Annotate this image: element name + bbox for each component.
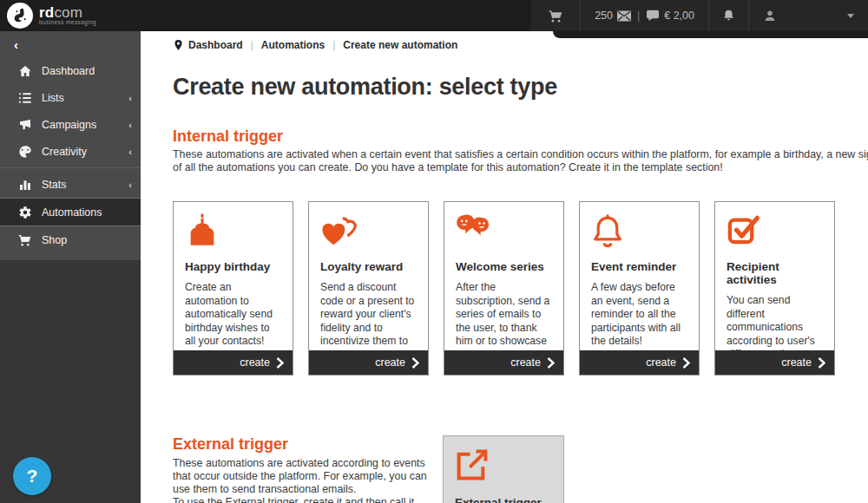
home-icon bbox=[17, 63, 32, 78]
credits-count: 250 bbox=[595, 10, 613, 22]
card-title: Loyalty reward bbox=[320, 260, 417, 273]
brand-logo[interactable]: rdcom business messaging bbox=[0, 3, 96, 29]
card-loyalty-reward: Loyalty reward Send a discount code or a… bbox=[308, 201, 429, 376]
card-description: Create an automation to automatically se… bbox=[185, 281, 281, 349]
external-description-para1: These automations are activated accordin… bbox=[173, 457, 443, 496]
sidebar-item-label: Campaigns bbox=[42, 119, 96, 131]
question-mark-label: ? bbox=[27, 466, 38, 487]
create-button[interactable]: create bbox=[174, 350, 293, 375]
chevron-right-icon bbox=[411, 357, 419, 369]
chevron-collapsed-icon: ‹ bbox=[128, 147, 132, 157]
sidebar-item-label: Dashboard bbox=[42, 65, 95, 77]
chevron-down-icon bbox=[847, 14, 854, 18]
chat-smileys-icon bbox=[456, 213, 552, 252]
breadcrumb-automations[interactable]: Automations bbox=[261, 39, 325, 51]
list-icon bbox=[17, 90, 32, 105]
create-label: create bbox=[646, 356, 676, 369]
create-button[interactable]: create bbox=[715, 350, 834, 375]
internal-trigger-cards: Happy birthday Create an automation to a… bbox=[173, 201, 868, 376]
card-event-reminder: Event reminder A few days before an even… bbox=[579, 201, 700, 376]
card-title: External trigger bbox=[455, 496, 552, 503]
chevron-right-icon bbox=[276, 357, 284, 369]
chevron-left-icon: ‹ bbox=[14, 37, 18, 52]
card-title: Event reminder bbox=[591, 260, 687, 273]
internal-trigger-description: These automations are activated when a c… bbox=[173, 148, 868, 174]
sidebar-item-campaigns[interactable]: Campaigns ‹ bbox=[0, 111, 141, 138]
gecko-logo-icon bbox=[7, 3, 33, 29]
card-welcome-series: Welcome series After the subscription, s… bbox=[444, 201, 564, 376]
sidebar-item-automations[interactable]: Automations bbox=[0, 198, 141, 226]
brand-text: rdcom business messaging bbox=[39, 6, 96, 25]
app-window: rdcom business messaging 250 | € 2,00 bbox=[0, 0, 868, 503]
cart-icon bbox=[549, 9, 563, 23]
user-menu[interactable] bbox=[748, 0, 868, 31]
chevron-right-icon bbox=[682, 357, 690, 369]
card-description: After the subscription, send a series of… bbox=[456, 281, 552, 350]
sidebar-item-label: Automations bbox=[42, 206, 102, 219]
chevron-collapsed-icon: ‹ bbox=[128, 180, 132, 190]
bell-icon bbox=[591, 213, 687, 252]
internal-trigger-heading: Internal trigger bbox=[173, 127, 868, 146]
birthday-cake-icon bbox=[185, 213, 281, 252]
sidebar-item-dashboard[interactable]: Dashboard bbox=[0, 57, 141, 84]
user-icon bbox=[763, 9, 777, 23]
location-pin-icon bbox=[173, 39, 184, 51]
sidebar-divider bbox=[0, 167, 141, 168]
create-button[interactable]: create bbox=[580, 350, 699, 375]
card-description: A few days before an event, send a remin… bbox=[591, 281, 687, 349]
external-trigger-section: External trigger These automations are a… bbox=[173, 435, 868, 503]
external-description-para2: To use the External trigger, create it a… bbox=[173, 496, 443, 503]
sidebar-item-label: Shop bbox=[42, 234, 67, 246]
card-happy-birthday: Happy birthday Create an automation to a… bbox=[173, 201, 293, 376]
envelope-icon bbox=[617, 10, 631, 22]
megaphone-icon bbox=[17, 117, 32, 132]
sidebar-item-label: Creativity bbox=[42, 146, 87, 158]
create-label: create bbox=[510, 356, 541, 369]
sidebar-item-lists[interactable]: Lists ‹ bbox=[0, 84, 141, 111]
chat-bubble-icon bbox=[646, 10, 660, 22]
sidebar-item-label: Stats bbox=[42, 179, 67, 191]
bell-icon bbox=[722, 9, 735, 23]
card-recipient-activities: Recipient activities You can send differ… bbox=[714, 201, 835, 376]
cart-button[interactable] bbox=[531, 0, 580, 31]
create-button[interactable]: create bbox=[444, 350, 563, 375]
breadcrumb-current: Create new automation bbox=[343, 39, 457, 51]
card-title: Recipient activities bbox=[727, 260, 823, 286]
hearts-icon bbox=[320, 213, 417, 252]
sidebar-collapse-button[interactable]: ‹ bbox=[0, 31, 141, 57]
header-extension-strip bbox=[553, 31, 868, 38]
sidebar-menu: ‹ Dashboard Lists ‹ Campaigns ‹ Creativi… bbox=[0, 31, 141, 260]
breadcrumb-separator: | bbox=[332, 39, 335, 51]
card-external-trigger: External trigger Create an automation bbox=[443, 435, 564, 503]
chevron-right-icon bbox=[818, 357, 825, 369]
card-description: You can send different communications ac… bbox=[727, 294, 823, 350]
page-title: Create new automation: select type bbox=[173, 74, 868, 101]
card-title: Happy birthday bbox=[185, 260, 281, 273]
help-button[interactable]: ? bbox=[13, 457, 51, 495]
create-label: create bbox=[375, 356, 405, 369]
breadcrumb: Dashboard | Automations | Create new aut… bbox=[173, 39, 868, 51]
bar-chart-icon bbox=[17, 177, 32, 192]
breadcrumb-dashboard[interactable]: Dashboard bbox=[188, 39, 243, 51]
create-label: create bbox=[240, 356, 270, 369]
sidebar-item-stats[interactable]: Stats ‹ bbox=[0, 171, 141, 198]
sidebar-item-label: Lists bbox=[42, 92, 64, 104]
palette-icon bbox=[17, 144, 32, 159]
create-button[interactable]: create bbox=[309, 350, 428, 375]
header-toolbar: 250 | € 2,00 bbox=[531, 0, 868, 31]
breadcrumb-separator: | bbox=[251, 39, 253, 51]
balance-amount: € 2,00 bbox=[664, 10, 694, 22]
card-title: Welcome series bbox=[456, 260, 552, 273]
sidebar-nav: ‹ Dashboard Lists ‹ Campaigns ‹ Creativi… bbox=[0, 31, 141, 503]
main-content: Dashboard | Automations | Create new aut… bbox=[141, 31, 868, 503]
gear-icon bbox=[17, 205, 32, 219]
create-label: create bbox=[781, 356, 812, 369]
credits-balance[interactable]: 250 | € 2,00 bbox=[580, 0, 708, 31]
external-trigger-text: External trigger These automations are a… bbox=[173, 435, 443, 503]
check-square-icon bbox=[727, 213, 823, 252]
top-header: rdcom business messaging 250 | € 2,00 bbox=[0, 0, 868, 31]
sidebar-item-creativity[interactable]: Creativity ‹ bbox=[0, 138, 141, 165]
notifications-button[interactable] bbox=[708, 0, 748, 31]
sidebar-item-shop[interactable]: Shop bbox=[0, 226, 141, 253]
brand-tagline: business messaging bbox=[39, 19, 96, 25]
